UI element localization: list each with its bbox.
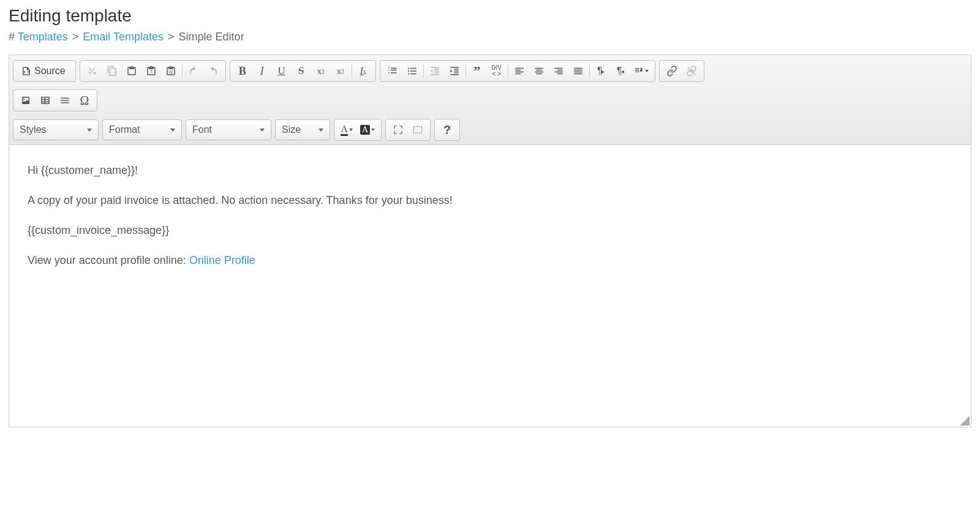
bullet-list-button[interactable] (402, 62, 422, 80)
table-icon (40, 95, 51, 106)
styles-dropdown[interactable]: Styles (13, 119, 99, 140)
strike-button[interactable]: S (292, 62, 311, 80)
text-color-button[interactable]: A (337, 121, 356, 138)
svg-point-6 (23, 99, 24, 100)
align-right-button[interactable] (549, 62, 568, 80)
caret-down-icon (318, 129, 323, 132)
blockquote-button[interactable]: ” (467, 62, 487, 80)
image-button[interactable] (16, 92, 36, 109)
separator (352, 64, 352, 78)
link-icon (666, 66, 677, 77)
svg-text:W: W (169, 70, 173, 74)
source-button[interactable]: Source (16, 62, 73, 80)
redo-button[interactable] (203, 62, 223, 80)
language-button[interactable] (630, 62, 652, 80)
align-justify-icon (573, 66, 584, 77)
breadcrumb: # Templates > Email Templates > Simple E… (0, 26, 980, 54)
cut-icon (87, 66, 98, 77)
separator (423, 64, 424, 78)
group-tools (385, 119, 431, 141)
caret-down-icon (260, 129, 265, 132)
font-label: Font (192, 124, 212, 135)
maximize-icon (393, 124, 404, 135)
superscript-button[interactable]: x2 (331, 62, 350, 80)
paste-text-button[interactable]: T (141, 62, 161, 80)
content-paragraph: Hi {{customer_name}}! (28, 162, 952, 179)
breadcrumb-sep: > (167, 31, 176, 43)
bullet-list-icon (407, 66, 418, 77)
paste-word-icon: W (165, 66, 176, 77)
align-left-icon (514, 66, 525, 77)
ltr-button[interactable]: ¶▸ (591, 62, 611, 80)
underline-button[interactable]: U (272, 62, 292, 80)
size-dropdown[interactable]: Size (275, 119, 330, 140)
editor-container: Source T W B I U S x2 x2 Ix (9, 54, 971, 427)
link-button[interactable] (662, 62, 682, 80)
outdent-icon (429, 66, 440, 77)
breadcrumb-hash: # (9, 31, 15, 43)
breadcrumb-email-templates[interactable]: Email Templates (83, 31, 164, 43)
svg-point-4 (408, 73, 409, 74)
indent-icon (449, 66, 460, 77)
bg-color-button[interactable]: A (356, 121, 379, 138)
italic-button[interactable]: I (252, 62, 272, 80)
source-label: Source (32, 66, 68, 77)
unlink-button[interactable] (682, 62, 701, 80)
redo-icon (208, 66, 219, 77)
group-source: Source (13, 60, 76, 82)
table-button[interactable] (36, 92, 55, 109)
group-text-format: B I U S x2 x2 Ix (230, 60, 376, 82)
group-clipboard: T W (80, 60, 226, 82)
group-links (659, 60, 704, 82)
breadcrumb-templates[interactable]: Templates (18, 31, 68, 43)
align-justify-button[interactable] (568, 62, 588, 80)
cut-button[interactable] (83, 62, 102, 80)
separator (466, 64, 466, 78)
breadcrumb-sep: > (71, 31, 80, 43)
special-char-button[interactable]: Ω (75, 92, 94, 109)
editor-content-area[interactable]: Hi {{customer_name}}! A copy of your pai… (9, 145, 971, 427)
editor-toolbar: Source T W B I U S x2 x2 Ix (9, 55, 971, 145)
caret-down-icon (371, 129, 375, 131)
indent-button[interactable] (445, 62, 464, 80)
horizontal-rule-button[interactable] (55, 92, 75, 109)
paste-word-button[interactable]: W (161, 62, 181, 80)
copy-icon (107, 66, 118, 77)
group-insert: Ω (13, 89, 97, 111)
font-dropdown[interactable]: Font (186, 119, 271, 140)
div-container-button[interactable]: DIV< > (487, 62, 507, 80)
paste-icon (126, 66, 137, 77)
show-blocks-icon (412, 124, 423, 135)
remove-format-button[interactable]: Ix (353, 62, 373, 80)
image-icon (20, 95, 31, 106)
copy-button[interactable] (102, 62, 122, 80)
resize-handle[interactable] (960, 416, 970, 426)
outdent-button[interactable] (425, 62, 445, 80)
undo-button[interactable] (184, 62, 203, 80)
bold-button[interactable]: B (233, 62, 252, 80)
breadcrumb-current: Simple Editor (179, 31, 244, 43)
align-center-button[interactable] (529, 62, 549, 80)
subscript-button[interactable]: x2 (311, 62, 331, 80)
caret-down-icon (87, 129, 92, 132)
show-blocks-button[interactable] (408, 121, 428, 138)
language-icon (634, 66, 644, 76)
content-text: View your account profile online: (28, 254, 189, 266)
rtl-button[interactable]: ¶◂ (611, 62, 630, 80)
group-color: A A (334, 119, 382, 141)
page-title: Editing template (0, 0, 980, 26)
caret-down-icon (645, 70, 649, 72)
svg-text:T: T (150, 70, 153, 74)
numbered-list-button[interactable] (383, 62, 402, 80)
online-profile-link[interactable]: Online Profile (189, 254, 255, 266)
source-icon (21, 66, 32, 77)
svg-point-2 (408, 67, 409, 69)
paste-button[interactable] (122, 62, 141, 80)
separator (508, 64, 508, 78)
maximize-button[interactable] (388, 121, 408, 138)
align-left-button[interactable] (510, 62, 529, 80)
help-button[interactable]: ? (437, 121, 457, 138)
format-dropdown[interactable]: Format (102, 119, 182, 140)
numbered-list-icon (387, 66, 398, 77)
styles-label: Styles (20, 124, 47, 135)
